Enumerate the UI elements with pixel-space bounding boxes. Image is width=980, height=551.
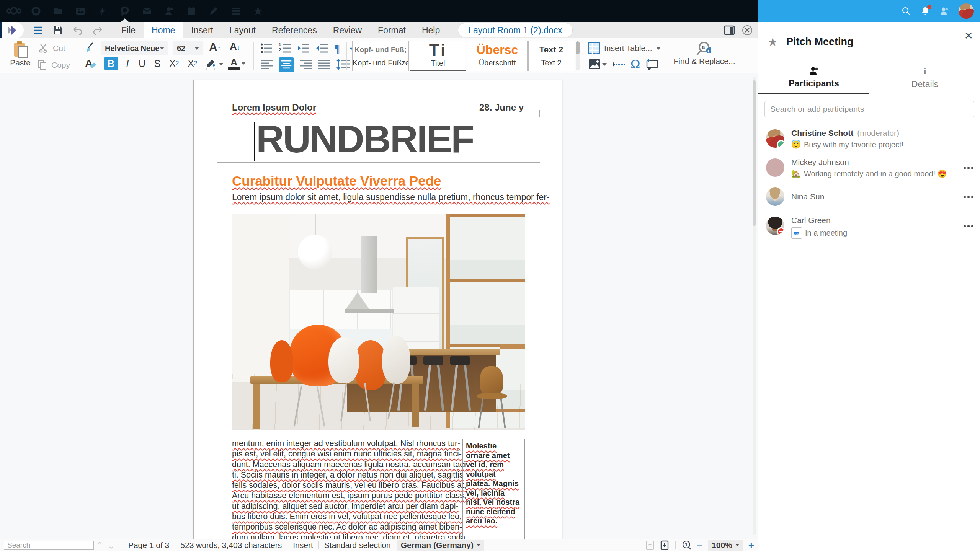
tab-details[interactable]: i Details [869,61,980,94]
cut-button[interactable]: Cut [38,43,65,54]
document-search-input[interactable] [4,541,94,550]
insert-image-button[interactable] [588,59,607,70]
bold-button[interactable]: B [104,57,118,70]
menu-format[interactable]: Format [370,22,414,38]
user-avatar[interactable] [959,3,974,19]
superscript-button[interactable]: X2 [185,57,201,70]
office-app-icon[interactable] [116,3,133,20]
insert-table-button[interactable]: Insert Table... [588,42,661,54]
style-text2[interactable]: Text 2 Text 2 [528,41,574,71]
menu-insert[interactable]: Insert [183,22,221,38]
font-size-combobox[interactable]: 62 [173,41,203,55]
copy-button[interactable]: Copy [37,60,70,70]
nextcloud-logo-icon[interactable] [5,3,22,20]
sidebar-toggle-icon[interactable] [724,25,735,35]
pull-quote-textbox[interactable]: Molestie ornare amet vel id, rem volutpa… [462,439,525,539]
hamburger-menu-icon[interactable] [32,24,44,36]
underline-button[interactable]: U [136,57,149,70]
style-titel[interactable]: Ti Titel [410,41,466,71]
kitchen-photo[interactable] [232,214,525,430]
italic-button[interactable]: I [122,57,133,70]
special-character-icon[interactable]: Ω [630,59,640,70]
menu-help[interactable]: Help [414,22,448,38]
document-page[interactable]: Lorem Ipsum Dolor 28. June y RUNDBRIEF C… [193,80,562,539]
calendar-app-icon[interactable] [183,3,200,20]
contacts-menu-icon[interactable] [939,6,949,16]
participant-row-mickey[interactable]: Mickey Johnson 🏡Working remotely and in … [758,154,980,183]
document-canvas[interactable]: Lorem Ipsum Dolor 28. June y RUNDBRIEF C… [0,73,758,539]
favorite-star-icon[interactable]: ★ [768,35,778,49]
participant-menu-icon[interactable] [967,196,970,198]
download-document-icon[interactable] [660,540,669,550]
close-sidebar-icon[interactable]: ✕ [964,31,973,41]
menu-references[interactable]: References [264,22,325,38]
insert-mode[interactable]: Insert [293,541,313,550]
style-ueberschrift[interactable]: Übersc Überschrift [467,41,528,71]
justify-icon[interactable] [318,59,331,71]
participant-row-carl[interactable]: Carl Green July 17 In a meeting [758,212,980,241]
menu-home[interactable]: Home [144,22,183,38]
paste-button[interactable]: Paste [7,41,34,67]
tab-participants[interactable]: Participants [758,61,869,94]
font-color-button[interactable]: A [228,57,246,70]
activity-app-icon[interactable] [94,3,111,20]
files-app-icon[interactable] [50,3,67,20]
redo-icon[interactable] [92,24,103,36]
participant-search-input[interactable] [764,101,974,117]
page-count[interactable]: Page 1 of 3 [128,541,169,550]
document-title-pill[interactable]: Layout Room 1 (2).docx [458,23,572,37]
search-icon[interactable] [901,6,911,16]
increase-indent-icon[interactable] [297,42,310,54]
participant-row-nina[interactable]: Nina Sun [758,183,980,212]
clone-formatting-icon[interactable] [85,42,96,54]
insert-comment-icon[interactable] [645,58,659,70]
close-document-icon[interactable] [742,25,753,36]
grow-font-button[interactable]: A↑ [209,41,221,54]
language-selector[interactable]: German (Germany) [397,540,484,551]
clear-formatting-button[interactable]: A [85,57,96,70]
participant-menu-icon[interactable] [967,167,970,169]
style-gallery-scrollbar[interactable] [576,41,580,70]
zoom-reset-icon[interactable]: 1 [682,540,692,550]
undo-icon[interactable] [72,24,83,36]
subscript-button[interactable]: X2 [166,57,182,70]
menu-review[interactable]: Review [325,22,370,38]
deck-app-icon[interactable] [227,3,244,20]
participant-row-christine[interactable]: Christine Schott(moderator) 😇Busy with m… [758,125,980,154]
highlight-color-button[interactable] [204,57,224,70]
zoom-out-button[interactable]: – [697,540,702,551]
zoom-level-selector[interactable]: 100% [708,540,743,551]
search-prev-icon[interactable]: ⌃ [96,540,103,550]
photos-app-icon[interactable] [72,3,89,20]
menu-file[interactable]: File [113,22,144,38]
find-replace-button[interactable]: ad Find & Replace... [666,41,743,66]
search-next-icon[interactable]: ⌃ [108,540,114,550]
contacts-app-icon[interactable] [161,3,178,20]
notifications-bell-icon[interactable] [920,6,930,16]
align-right-icon[interactable] [299,59,312,71]
page-break-icon[interactable] [612,59,625,70]
notes-app-icon[interactable] [205,3,222,20]
strikethrough-button[interactable]: S [151,57,164,70]
document-scrollbar[interactable] [753,77,756,535]
font-name-combobox[interactable]: Helvetica Neue [101,41,168,55]
participant-menu-icon[interactable] [967,225,970,227]
mail-app-icon[interactable] [139,3,155,20]
insert-table-label: Insert Table... [604,44,652,53]
save-icon[interactable] [52,24,64,36]
style-kopf-und-fusszeilen[interactable]: Kopf- und Fuß; Kopf- und Fußzeilen [352,41,409,71]
upload-document-icon[interactable] [645,540,655,550]
zoom-in-button[interactable]: + [748,540,754,551]
bullet-list-icon[interactable] [260,42,273,54]
decrease-indent-icon[interactable] [315,42,328,54]
dashboard-app-icon[interactable] [28,3,44,20]
align-left-icon[interactable] [260,59,273,71]
collectives-app-icon[interactable] [250,3,266,20]
align-center-icon[interactable] [279,57,294,72]
shrink-font-button[interactable]: A↓ [230,41,240,52]
selection-mode[interactable]: Standard selection [324,541,391,550]
numbered-list-icon[interactable]: 12 [279,42,292,54]
formatting-marks-icon[interactable]: ¶ [334,42,344,54]
menu-layout[interactable]: Layout [221,22,264,38]
word-count[interactable]: 523 words, 3,403 characters [180,541,282,550]
